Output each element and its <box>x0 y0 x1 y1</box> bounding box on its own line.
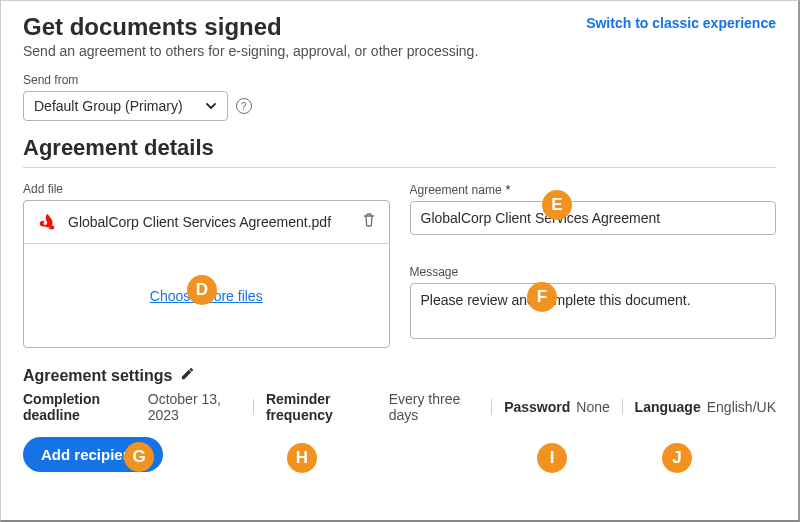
pdf-icon <box>36 211 58 233</box>
language-value: English/UK <box>707 399 776 415</box>
agreement-name-label: Agreement name* <box>410 182 777 197</box>
deadline-label: Completion deadline <box>23 391 142 423</box>
pencil-icon[interactable] <box>180 366 195 385</box>
divider <box>253 399 254 415</box>
chevron-down-icon <box>205 100 217 112</box>
page-title: Get documents signed <box>23 13 478 41</box>
switch-classic-link[interactable]: Switch to classic experience <box>586 15 776 31</box>
password-label: Password <box>504 399 570 415</box>
agreement-settings-title: Agreement settings <box>23 367 172 385</box>
file-row: GlobalCorp Client Services Agreement.pdf <box>24 201 389 244</box>
send-from-select[interactable]: Default Group (Primary) <box>23 91 228 121</box>
required-star-icon: * <box>506 182 511 197</box>
message-label: Message <box>410 265 777 279</box>
deadline-value: October 13, 2023 <box>148 391 241 423</box>
password-value: None <box>576 399 609 415</box>
language-label: Language <box>635 399 701 415</box>
reminder-label: Reminder frequency <box>266 391 383 423</box>
add-recipients-button[interactable]: Add recipients <box>23 437 163 472</box>
add-file-label: Add file <box>23 182 390 196</box>
settings-summary: Completion deadline October 13, 2023 Rem… <box>23 391 776 423</box>
section-agreement-details: Agreement details <box>23 135 776 161</box>
divider <box>622 399 623 415</box>
file-dropzone[interactable]: GlobalCorp Client Services Agreement.pdf… <box>23 200 390 348</box>
divider <box>491 399 492 415</box>
send-from-label: Send from <box>23 73 776 87</box>
trash-icon[interactable] <box>361 212 377 232</box>
help-icon[interactable]: ? <box>236 98 252 114</box>
send-from-selected: Default Group (Primary) <box>34 98 183 114</box>
file-name: GlobalCorp Client Services Agreement.pdf <box>68 214 351 230</box>
agreement-name-input[interactable] <box>410 201 777 235</box>
choose-more-files-link[interactable]: Choose more files <box>150 288 263 304</box>
divider <box>23 167 776 168</box>
message-textarea[interactable]: Please review and complete this document… <box>410 283 777 339</box>
reminder-value: Every three days <box>389 391 480 423</box>
page-subtitle: Send an agreement to others for e-signin… <box>23 43 478 59</box>
